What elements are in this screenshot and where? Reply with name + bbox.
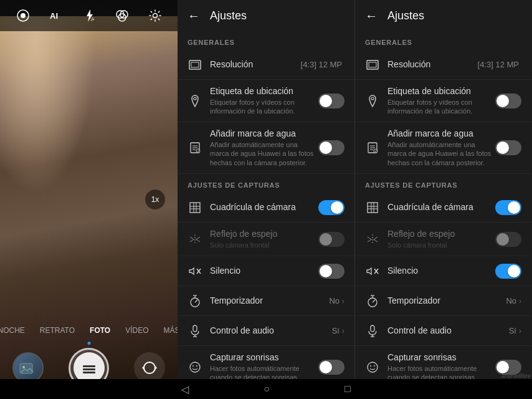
mode-mas[interactable]: MÁS [156,326,178,335]
svg-point-49 [374,149,378,153]
hdr-icon[interactable] [13,6,33,26]
watermark-icon-left [188,140,202,155]
audio-icon-right [365,324,380,339]
svg-rect-11 [83,365,95,367]
mirror-icon-left [188,232,202,247]
audio-text-right: Control de audio [387,325,509,336]
back-button-right[interactable]: ← [365,9,378,23]
watermark-toggle-left[interactable] [318,140,344,155]
mode-foto[interactable]: FOTO [82,326,118,335]
timer-icon-left [188,294,202,309]
mode-retrato[interactable]: RETRATO [32,326,82,335]
mode-noche[interactable]: NOCHE [0,326,32,335]
ai-icon[interactable]: AI [46,6,66,26]
watermark-toggle-right[interactable] [495,140,521,155]
timer-value-left: No [329,296,340,305]
audio-value-right: Sí [509,326,516,335]
watermark-badge: androidlibre [501,373,531,379]
mirror-icon-right [365,232,380,247]
audio-text-left: Control de audio [210,325,332,336]
back-button-left[interactable]: ← [188,9,200,23]
grid-row-right[interactable]: Cuadrícula de cámara [355,193,531,223]
recents-nav-icon[interactable]: □ [344,383,351,395]
svg-point-38 [196,365,197,367]
svg-point-47 [371,97,374,100]
camera-top-bar: AI A [0,0,178,31]
generals-label-right: GENERALES [355,31,531,50]
svg-point-36 [190,362,200,372]
timer-row-left[interactable]: Temporizador No › [178,286,354,316]
grid-toggle-left[interactable] [318,200,344,215]
grid-icon-right [365,200,380,215]
watermark-row-left[interactable]: Añadir marca de agua Añadir automáticame… [178,122,354,174]
camera-mode-bar: NOCHE RETRATO FOTO VÍDEO MÁS [0,318,178,343]
resolution-text-left: Resolución [210,59,301,70]
svg-marker-14 [154,365,157,370]
mute-icon-right [365,264,380,279]
mirror-toggle-left [318,232,344,247]
settings-title-right: Ajustes [387,9,424,22]
timer-chevron-left: › [342,297,344,305]
svg-rect-21 [190,203,200,213]
timer-value-right: No [506,296,516,305]
filter-icon[interactable] [112,6,132,26]
svg-point-37 [192,365,194,367]
location-row-right[interactable]: Etiqueta de ubicación Etiquetar fotos y … [355,80,531,122]
smile-toggle-left[interactable] [318,360,344,375]
location-toggle-right[interactable] [495,94,521,108]
mute-toggle-right[interactable] [495,264,521,279]
grid-row-left[interactable]: Cuadrícula de cámara [178,193,354,223]
mode-active-indicator [87,342,90,345]
mute-toggle-left[interactable] [318,264,344,279]
resolution-icon-right [365,57,380,72]
audio-row-left[interactable]: Control de audio Sí › [178,316,354,346]
mute-text-left: Silencio [210,266,318,276]
svg-point-20 [196,149,200,153]
watermark-row-right[interactable]: Añadir marca de agua Añadir automáticame… [355,122,531,174]
camera-panel: AI A 1x NOCHE RETRATO [0,0,178,399]
svg-point-65 [368,362,378,372]
svg-marker-15 [142,365,145,370]
watermark-icon-right [365,140,380,155]
smile-text-left: Capturar sonrisas Hacer fotos automática… [210,352,318,382]
svg-rect-62 [371,325,374,332]
settings-icon[interactable] [145,6,165,26]
location-row-left[interactable]: Etiqueta de ubicación Etiquetar fotos y … [178,80,354,122]
location-text-right: Etiqueta de ubicación Etiquetar fotos y … [387,86,495,115]
resolution-row-right[interactable]: Resolución [4:3] 12 MP [355,50,531,80]
timer-chevron-right: › [519,297,521,305]
svg-rect-17 [191,62,199,67]
timer-row-right[interactable]: Temporizador No › [355,286,531,316]
location-icon-left [188,94,202,108]
grid-text-left: Cuadrícula de cámara [210,202,318,213]
home-nav-icon[interactable]: ○ [264,383,270,395]
svg-rect-50 [368,203,378,213]
resolution-icon-left [188,57,202,72]
back-nav-icon[interactable]: ◁ [181,383,189,395]
svg-point-67 [374,365,375,367]
mute-row-left[interactable]: Silencio [178,256,354,286]
mirror-row-left: Reflejo de espejo Solo cámara frontal [178,223,354,256]
smile-icon-left [188,360,202,375]
svg-point-18 [194,97,196,100]
svg-rect-46 [369,62,376,67]
smile-text-right: Capturar sonrisas Hacer fotos automática… [387,352,495,382]
grid-icon-left [188,200,202,215]
mute-row-right[interactable]: Silencio [355,256,531,286]
global-nav-bar: ◁ ○ □ [0,379,532,399]
zoom-indicator[interactable]: 1x [145,190,165,209]
timer-icon-right [365,294,380,309]
svg-rect-13 [83,372,95,373]
resolution-row-left[interactable]: Resolución [4:3] 12 MP [178,50,354,80]
settings-header-left: ← Ajustes [178,0,354,31]
watermark-text-left: Añadir marca de agua Añadir automáticame… [210,128,318,167]
grid-toggle-right[interactable] [495,200,521,215]
location-toggle-left[interactable] [318,94,344,108]
mirror-row-right: Reflejo de espejo Solo cámara frontal [355,223,531,256]
audio-row-right[interactable]: Control de audio Sí › [355,316,531,346]
mode-video[interactable]: VÍDEO [118,326,156,335]
flash-icon[interactable]: A [79,6,99,26]
svg-rect-33 [193,325,197,332]
mirror-text-right: Reflejo de espejo Solo cámara frontal [387,229,495,249]
audio-icon-left [188,324,202,339]
